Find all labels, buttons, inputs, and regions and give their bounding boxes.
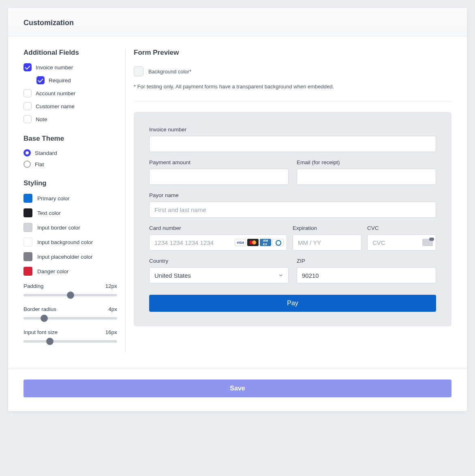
swatch-icon[interactable] xyxy=(24,194,32,203)
cvc-card-icon xyxy=(422,239,433,246)
slider-label: Padding xyxy=(24,283,44,289)
payment-amount-label: Payment amount xyxy=(149,159,289,165)
swatch-icon[interactable] xyxy=(24,223,32,232)
radio-label: Standard xyxy=(35,150,57,156)
field-customer-name[interactable]: Customer name xyxy=(24,102,117,110)
slider-value: 12px xyxy=(105,283,117,289)
checkbox-label: Required xyxy=(49,77,71,84)
payor-name-label: Payor name xyxy=(149,192,436,198)
color-input-placeholder[interactable]: Input placeholder color xyxy=(24,252,117,261)
zip-input[interactable] xyxy=(297,267,436,283)
slider-thumb[interactable] xyxy=(41,315,48,322)
diners-icon xyxy=(272,239,284,246)
bg-color-label: Background color* xyxy=(148,69,191,75)
sidebar: Additional Fields Invoice number Require… xyxy=(24,49,126,352)
slider-thumb[interactable] xyxy=(46,338,53,345)
swatch-icon[interactable] xyxy=(24,267,32,276)
slider-border-radius: Border radius 4px xyxy=(24,306,117,319)
theme-flat[interactable]: Flat xyxy=(24,161,117,168)
expiration-input[interactable] xyxy=(293,234,362,251)
swatch-icon[interactable] xyxy=(24,252,32,261)
slider-track[interactable] xyxy=(24,317,117,319)
swatch-label: Input placeholder color xyxy=(37,254,93,260)
zip-label: ZIP xyxy=(297,258,436,264)
background-color-picker[interactable]: Background color* xyxy=(134,66,451,76)
payment-amount-input[interactable] xyxy=(149,169,289,185)
cvc-label: CVC xyxy=(367,225,436,231)
slider-value: 4px xyxy=(108,306,117,312)
field-note[interactable]: Note xyxy=(24,115,117,123)
bg-color-note: * For testing only. All payment forms ha… xyxy=(134,84,451,101)
main-content: Form Preview Background color* * For tes… xyxy=(126,49,451,352)
slider-track[interactable] xyxy=(24,340,117,343)
panel-title: Customization xyxy=(24,19,451,27)
slider-font-size: Input font size 16px xyxy=(24,329,117,343)
slider-label: Border radius xyxy=(24,306,56,312)
swatch-label: Danger color xyxy=(37,268,68,274)
panel-header: Customization xyxy=(8,8,467,36)
slider-label: Input font size xyxy=(24,329,58,335)
checkbox-label: Invoice number xyxy=(36,64,73,71)
checkbox-icon[interactable] xyxy=(24,89,32,97)
customization-panel: Customization Additional Fields Invoice … xyxy=(8,8,467,411)
color-danger[interactable]: Danger color xyxy=(24,267,117,276)
country-label: Country xyxy=(149,258,289,264)
slider-track[interactable] xyxy=(24,294,117,296)
checkbox-icon[interactable] xyxy=(24,102,32,110)
color-primary[interactable]: Primary color xyxy=(24,194,117,203)
panel-footer: Save xyxy=(8,369,467,411)
swatch-icon[interactable] xyxy=(24,208,32,217)
radio-icon[interactable] xyxy=(24,161,31,168)
color-input-border[interactable]: Input border color xyxy=(24,223,117,232)
slider-padding: Padding 12px xyxy=(24,283,117,296)
invoice-number-label: Invoice number xyxy=(149,127,436,133)
swatch-label: Text color xyxy=(37,210,61,216)
invoice-number-input[interactable] xyxy=(149,136,436,152)
radio-label: Flat xyxy=(35,161,44,167)
checkbox-icon[interactable] xyxy=(36,76,45,84)
checkbox-label: Customer name xyxy=(36,103,75,109)
checkbox-label: Note xyxy=(36,116,47,122)
email-input[interactable] xyxy=(297,169,436,185)
slider-thumb[interactable] xyxy=(67,292,74,299)
swatch-label: Input border color xyxy=(37,225,80,231)
amex-icon: AMEX xyxy=(260,239,271,246)
pay-button[interactable]: Pay xyxy=(149,295,436,312)
field-required[interactable]: Required xyxy=(36,76,117,84)
swatch-label: Primary color xyxy=(37,195,70,202)
theme-standard[interactable]: Standard xyxy=(24,149,117,157)
additional-fields-title: Additional Fields xyxy=(24,49,117,57)
payor-name-input[interactable] xyxy=(149,202,436,218)
color-text[interactable]: Text color xyxy=(24,208,117,217)
card-brand-icons: VISA AMEX xyxy=(235,239,284,246)
radio-icon[interactable] xyxy=(24,149,31,157)
swatch-label: Input background color xyxy=(37,239,93,245)
field-account-number[interactable]: Account number xyxy=(24,89,117,97)
slider-value: 16px xyxy=(105,329,117,335)
styling-title: Styling xyxy=(24,179,117,187)
country-select[interactable] xyxy=(149,267,289,283)
save-button[interactable]: Save xyxy=(24,380,451,397)
visa-icon: VISA xyxy=(235,239,246,246)
swatch-icon[interactable] xyxy=(134,66,143,76)
mastercard-icon xyxy=(247,239,259,246)
color-input-bg[interactable]: Input background color xyxy=(24,238,117,247)
payment-form-preview: Invoice number Payment amount Email (for… xyxy=(134,112,451,326)
checkbox-label: Account number xyxy=(36,90,75,96)
base-theme-title: Base Theme xyxy=(24,135,117,143)
email-label: Email (for receipt) xyxy=(297,159,436,165)
field-invoice-number[interactable]: Invoice number xyxy=(24,63,117,71)
card-number-label: Card number xyxy=(149,225,287,231)
swatch-icon[interactable] xyxy=(24,238,32,247)
form-preview-title: Form Preview xyxy=(134,49,451,57)
checkbox-icon[interactable] xyxy=(24,115,32,123)
checkbox-icon[interactable] xyxy=(24,63,32,71)
expiration-label: Expiration xyxy=(293,225,362,231)
